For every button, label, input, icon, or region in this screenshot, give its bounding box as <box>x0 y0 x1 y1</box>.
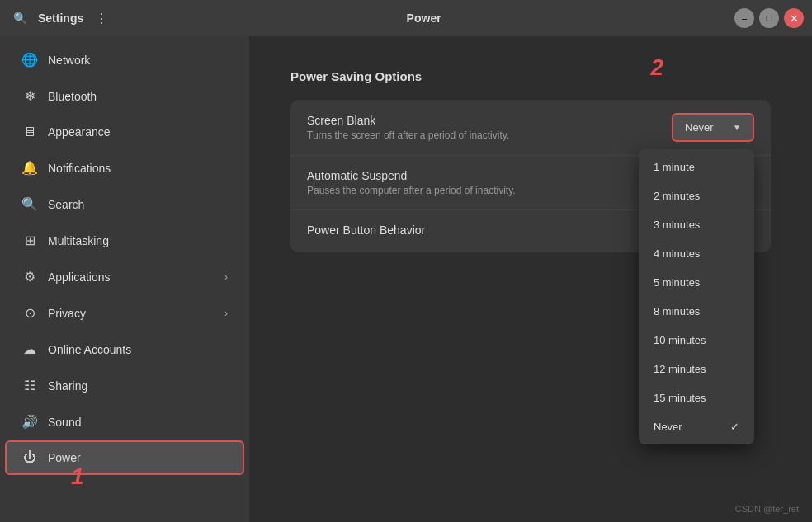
titlebar: 🔍 Settings ⋮ Power – □ ✕ <box>0 0 812 36</box>
titlebar-page-title: Power <box>407 12 441 25</box>
auto-suspend-subtitle: Pauses the computer after a period of in… <box>307 185 516 196</box>
auto-suspend-title: Automatic Suspend <box>307 169 516 182</box>
dropdown-option-6[interactable]: 10 minutes <box>639 326 754 355</box>
sidebar-item-label-notifications: Notifications <box>48 162 228 175</box>
screen-blank-info: Screen Blank Turns the screen off after … <box>307 114 509 141</box>
sidebar-item-online-accounts[interactable]: ☁Online Accounts <box>5 332 244 367</box>
dropdown-option-2[interactable]: 3 minutes <box>639 210 754 239</box>
sidebar-item-applications[interactable]: ⚙Applications› <box>5 259 244 294</box>
screen-blank-row: Screen Blank Turns the screen off after … <box>290 100 771 156</box>
minimize-button[interactable]: – <box>734 8 754 28</box>
sidebar-item-label-privacy: Privacy <box>48 307 215 320</box>
dropdown-current-value: Never <box>685 121 714 134</box>
applications-arrow-icon: › <box>224 271 228 283</box>
dropdown-option-label-9: Never <box>654 421 682 433</box>
dropdown-option-label-7: 12 minutes <box>654 363 706 375</box>
dropdown-option-3[interactable]: 4 minutes <box>639 239 754 268</box>
power-icon: ⏻ <box>21 450 38 465</box>
titlebar-window-controls: – □ ✕ <box>734 8 804 28</box>
dropdown-option-label-3: 4 minutes <box>654 247 700 260</box>
sidebar-item-sound[interactable]: 🔊Sound <box>5 404 244 440</box>
screen-blank-dropdown-menu: 1 minute2 minutes3 minutes4 minutes5 min… <box>639 149 754 444</box>
content-area: Power Saving Options Screen Blank Turns … <box>249 36 812 522</box>
sidebar-item-power[interactable]: ⏻Power1 <box>5 440 244 475</box>
sidebar-item-network[interactable]: 🌐Network <box>5 42 244 78</box>
dropdown-option-check-9: ✓ <box>730 421 739 433</box>
power-button-title: Power Button Behavior <box>307 223 425 237</box>
sharing-icon: ☷ <box>21 378 38 393</box>
dropdown-option-8[interactable]: 15 minutes <box>639 383 754 412</box>
dropdown-option-label-0: 1 minute <box>654 161 695 173</box>
sidebar-item-label-online-accounts: Online Accounts <box>48 343 228 356</box>
sidebar-item-notifications[interactable]: 🔔Notifications <box>5 150 244 186</box>
sidebar-item-sharing[interactable]: ☷Sharing <box>5 368 244 403</box>
footer-text: CSDN @ter_ret <box>735 504 799 514</box>
dropdown-option-1[interactable]: 2 minutes <box>639 181 754 210</box>
maximize-button[interactable]: □ <box>759 8 779 28</box>
sidebar-item-label-sound: Sound <box>48 416 228 429</box>
annotation-marker-1: 1 <box>71 463 84 490</box>
dropdown-option-7[interactable]: 12 minutes <box>639 355 754 383</box>
dropdown-option-label-4: 5 minutes <box>654 276 700 289</box>
titlebar-search-button[interactable]: 🔍 <box>8 7 31 30</box>
sidebar-item-label-bluetooth: Bluetooth <box>48 90 228 103</box>
close-button[interactable]: ✕ <box>784 8 804 28</box>
sidebar-item-privacy[interactable]: ⊙Privacy› <box>5 295 244 331</box>
sidebar-item-label-search: Search <box>48 198 228 211</box>
screen-blank-subtitle: Turns the screen off after a period of i… <box>307 129 509 141</box>
sidebar-item-label-multitasking: Multitasking <box>48 234 228 247</box>
dropdown-option-0[interactable]: 1 minute <box>639 153 754 181</box>
annotation-marker-2: 2 <box>650 54 663 81</box>
dropdown-option-label-2: 3 minutes <box>654 219 700 231</box>
bluetooth-icon: ❄ <box>21 88 38 104</box>
screen-blank-title: Screen Blank <box>307 114 509 127</box>
sidebar-item-bluetooth[interactable]: ❄Bluetooth <box>5 78 244 114</box>
sidebar-item-multitasking[interactable]: ⊞Multitasking <box>5 223 244 258</box>
privacy-icon: ⊙ <box>21 305 38 321</box>
auto-suspend-info: Automatic Suspend Pauses the computer af… <box>307 169 516 196</box>
dropdown-option-label-6: 10 minutes <box>654 334 706 346</box>
dropdown-option-9[interactable]: Never✓ <box>639 412 754 441</box>
notifications-icon: 🔔 <box>21 160 38 176</box>
sidebar-item-label-network: Network <box>48 54 228 67</box>
main-layout: 🌐Network❄Bluetooth🖥Appearance🔔Notificati… <box>0 36 812 522</box>
titlebar-app-title: Settings <box>38 12 83 25</box>
power-button-info: Power Button Behavior <box>307 223 425 239</box>
dropdown-option-5[interactable]: 8 minutes <box>639 297 754 326</box>
sidebar-item-appearance[interactable]: 🖥Appearance <box>5 115 244 149</box>
search-icon: 🔍 <box>21 196 38 212</box>
online-accounts-icon: ☁ <box>21 341 38 357</box>
dropdown-option-label-1: 2 minutes <box>654 190 700 202</box>
privacy-arrow-icon: › <box>224 308 228 319</box>
titlebar-left: 🔍 Settings ⋮ <box>8 7 113 30</box>
sidebar-item-label-applications: Applications <box>48 270 215 284</box>
network-icon: 🌐 <box>21 52 38 68</box>
dropdown-option-4[interactable]: 5 minutes <box>639 268 754 297</box>
screen-blank-dropdown[interactable]: Never ▼ <box>672 113 754 142</box>
sidebar: 🌐Network❄Bluetooth🖥Appearance🔔Notificati… <box>0 36 249 522</box>
dropdown-option-label-8: 15 minutes <box>654 392 706 404</box>
sidebar-item-label-sharing: Sharing <box>48 379 228 393</box>
multitasking-icon: ⊞ <box>21 233 38 248</box>
sound-icon: 🔊 <box>21 414 38 430</box>
dropdown-option-label-5: 8 minutes <box>654 305 700 317</box>
appearance-icon: 🖥 <box>21 125 38 139</box>
applications-icon: ⚙ <box>21 269 38 285</box>
titlebar-menu-button[interactable]: ⋮ <box>90 7 113 30</box>
sidebar-item-search[interactable]: 🔍Search <box>5 186 244 222</box>
sidebar-item-label-power: Power <box>48 451 228 464</box>
sidebar-item-label-appearance: Appearance <box>48 125 228 139</box>
power-saving-group: Screen Blank Turns the screen off after … <box>290 100 771 252</box>
section-title: Power Saving Options <box>290 69 771 83</box>
dropdown-arrow-icon: ▼ <box>733 123 741 132</box>
